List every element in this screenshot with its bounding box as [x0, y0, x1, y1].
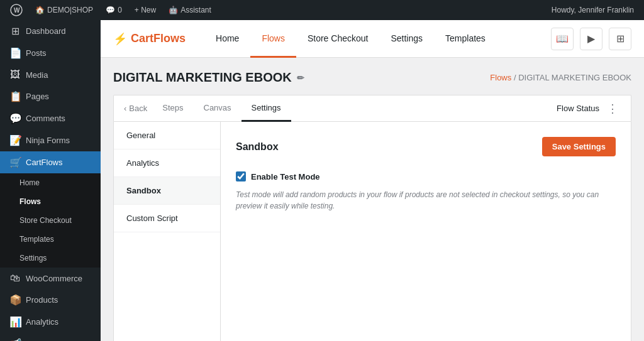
flow-editor: General Analytics Sandbox Custom Script — [113, 121, 631, 341]
woocommerce-icon: 🛍 — [9, 273, 21, 284]
apps-icon-btn[interactable]: ⊞ — [609, 28, 631, 50]
sidebar-item-marketing[interactable]: 📢 Marketing — [0, 333, 101, 341]
ninja-forms-icon: 📝 — [9, 134, 21, 146]
plugin-nav-home[interactable]: Home — [204, 20, 250, 58]
media-icon: 🖼 — [9, 69, 21, 80]
left-panel-sandbox[interactable]: Sandbox — [114, 177, 220, 205]
book-icon: 📖 — [556, 33, 569, 45]
comments-icon: 💬 — [106, 6, 115, 14]
left-panel: General Analytics Sandbox Custom Script — [114, 122, 221, 341]
panel-title: Sandbox — [236, 141, 279, 153]
sidebar-item-ninja-forms[interactable]: 📝 Ninja Forms — [0, 129, 101, 151]
sidebar-sub-cartflows: Home Flows Store Checkout Templates Sett… — [0, 173, 101, 268]
save-settings-button[interactable]: Save Settings — [542, 137, 616, 156]
left-panel-custom-script[interactable]: Custom Script — [114, 205, 220, 232]
site-icon: 🏠 — [35, 6, 45, 14]
back-chevron: ‹ — [124, 104, 126, 113]
video-icon: ▶ — [587, 33, 595, 45]
apps-icon: ⊞ — [616, 33, 625, 45]
comments-sidebar-icon: 💬 — [9, 112, 21, 124]
sidebar-sub-home[interactable]: Home — [0, 173, 101, 192]
plugin-logo: ⚡ CartFlows — [113, 32, 186, 46]
right-panel: Sandbox Save Settings Enable Test Mode T… — [221, 122, 631, 341]
sidebar-sub-settings[interactable]: Settings — [0, 249, 101, 268]
sidebar-label-analytics: Analytics — [26, 317, 58, 327]
page-title-text: DIGITAL MARKETING EBOOK — [113, 70, 292, 85]
assistant-item[interactable]: 🤖 Assistant — [164, 0, 216, 20]
breadcrumb-current: DIGITAL MARKETING EBOOK — [518, 73, 631, 82]
sub-nav-settings[interactable]: Settings — [242, 95, 291, 122]
sidebar-label-ninja-forms: Ninja Forms — [26, 136, 70, 145]
sidebar: ⊞ Dashboard 📄 Posts 🖼 Media 📋 Pages 💬 Co… — [0, 20, 101, 341]
more-options-button[interactable]: ⋮ — [604, 99, 621, 118]
left-panel-analytics[interactable]: Analytics — [114, 149, 220, 177]
main-content: ⚡ CartFlows Home Flows Store Checkout Se… — [101, 20, 644, 341]
sidebar-item-pages[interactable]: 📋 Pages — [0, 85, 101, 107]
flow-status-label: Flow Status — [557, 104, 599, 113]
posts-icon: 📄 — [9, 47, 21, 59]
test-mode-label[interactable]: Enable Test Mode — [251, 172, 320, 181]
sidebar-item-media[interactable]: 🖼 Media — [0, 64, 101, 85]
video-icon-btn[interactable]: ▶ — [580, 28, 602, 50]
comments-item[interactable]: 💬 0 — [101, 0, 127, 20]
sidebar-item-woocommerce[interactable]: 🛍 WooCommerce — [0, 268, 101, 289]
sidebar-item-comments[interactable]: 💬 Comments — [0, 107, 101, 129]
plugin-nav-templates[interactable]: Templates — [434, 20, 497, 58]
sidebar-label-cartflows: CartFlows — [26, 158, 63, 167]
sidebar-label-media: Media — [26, 70, 48, 80]
sidebar-sub-settings-label: Settings — [19, 254, 47, 263]
admin-bar: W 🏠 DEMO|SHOP 💬 0 + New 🤖 Assistant Howd… — [0, 0, 644, 20]
sidebar-item-cartflows[interactable]: 🛒 CartFlows — [0, 151, 101, 173]
sidebar-item-dashboard[interactable]: ⊞ Dashboard — [0, 20, 101, 42]
sidebar-item-products[interactable]: 📦 Products — [0, 289, 101, 311]
marketing-icon: 📢 — [9, 338, 21, 341]
sub-nav-left: ‹ Back Steps Canvas Settings — [124, 95, 291, 121]
logo-icon: ⚡ — [113, 32, 127, 46]
site-name: DEMO|SHOP — [47, 6, 93, 14]
plugin-nav-settings[interactable]: Settings — [379, 20, 434, 58]
main-layout: ⊞ Dashboard 📄 Posts 🖼 Media 📋 Pages 💬 Co… — [0, 20, 644, 341]
sidebar-sub-flows-label: Flows — [19, 197, 41, 206]
test-mode-checkbox[interactable] — [236, 171, 246, 181]
sidebar-sub-flows[interactable]: Flows — [0, 192, 101, 211]
left-panel-general[interactable]: General — [114, 122, 220, 149]
plugin-nav-store-checkout[interactable]: Store Checkout — [296, 20, 380, 58]
sidebar-label-dashboard: Dashboard — [26, 26, 66, 36]
plugin-nav-flows[interactable]: Flows — [250, 20, 296, 58]
edit-icon[interactable]: ✏ — [297, 73, 304, 83]
book-icon-btn[interactable]: 📖 — [551, 28, 574, 50]
sidebar-sub-store-checkout[interactable]: Store Checkout — [0, 211, 101, 230]
products-icon: 📦 — [9, 294, 21, 306]
sidebar-item-posts[interactable]: 📄 Posts — [0, 42, 101, 64]
back-label: Back — [129, 104, 147, 113]
comment-count: 0 — [118, 6, 122, 14]
breadcrumb: Flows / DIGITAL MARKETING EBOOK — [490, 73, 631, 82]
site-name-item[interactable]: 🏠 DEMO|SHOP — [30, 0, 98, 20]
panel-header: Sandbox Save Settings — [236, 137, 616, 156]
wp-logo-item[interactable]: W — [5, 0, 28, 20]
howdy-item[interactable]: Howdy, Jennifer Franklin — [547, 6, 639, 14]
sidebar-label-woocommerce: WooCommerce — [26, 274, 82, 283]
wp-icon: W — [10, 4, 23, 16]
sub-nav: ‹ Back Steps Canvas Settings Flow Status — [113, 95, 631, 121]
page-title-bar: DIGITAL MARKETING EBOOK ✏ Flows / DIGITA… — [113, 70, 631, 85]
dashboard-icon: ⊞ — [9, 25, 21, 37]
breadcrumb-flows-link[interactable]: Flows — [490, 73, 511, 82]
plugin-header: ⚡ CartFlows Home Flows Store Checkout Se… — [101, 20, 644, 58]
back-button[interactable]: ‹ Back — [124, 104, 147, 113]
sidebar-sub-templates[interactable]: Templates — [0, 230, 101, 249]
test-mode-help-text: Test mode will add random products in yo… — [236, 189, 613, 212]
sidebar-label-pages: Pages — [26, 92, 49, 101]
pages-icon: 📋 — [9, 90, 21, 102]
sidebar-sub-templates-label: Templates — [19, 235, 54, 244]
plugin-nav-right: 📖 ▶ ⊞ — [551, 28, 631, 50]
sub-nav-right: Flow Status ⋮ — [557, 99, 621, 118]
sub-nav-steps[interactable]: Steps — [152, 95, 193, 122]
sidebar-item-analytics[interactable]: 📊 Analytics — [0, 311, 101, 333]
robot-icon: 🤖 — [169, 6, 178, 14]
svg-text:W: W — [14, 7, 20, 14]
sub-nav-canvas[interactable]: Canvas — [194, 95, 242, 122]
new-content-item[interactable]: + New — [130, 0, 161, 20]
sidebar-label-posts: Posts — [26, 48, 47, 58]
logo-label: CartFlows — [131, 32, 186, 45]
